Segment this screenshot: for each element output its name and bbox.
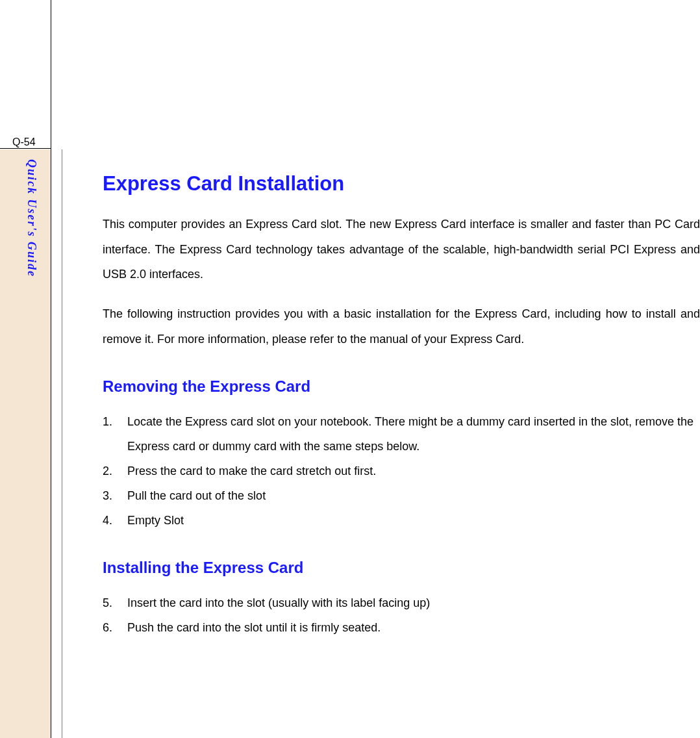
main-heading: Express Card Installation: [103, 172, 700, 196]
list-number: 5.: [103, 591, 127, 616]
intro-paragraph-1: This computer provides an Express Card s…: [103, 212, 700, 287]
vertical-divider-outer: [51, 0, 51, 738]
list-number: 4.: [103, 509, 127, 533]
list-text: Push the card into the slot until it is …: [127, 616, 700, 641]
page-container: Q-54 Quick User's Guide Express Card Ins…: [0, 0, 700, 738]
list-number: 2.: [103, 459, 127, 484]
list-text: Locate the Express card slot on your not…: [127, 410, 700, 459]
sub-heading-installing: Installing the Express Card: [103, 559, 700, 577]
list-number: 6.: [103, 616, 127, 641]
main-content: Express Card Installation This computer …: [103, 172, 700, 667]
horizontal-divider: [0, 148, 51, 149]
list-item: 5. Insert the card into the slot (usuall…: [103, 591, 700, 616]
list-text: Press the card to make the card stretch …: [127, 459, 700, 484]
list-number: 1.: [103, 410, 127, 459]
list-text: Empty Slot: [127, 509, 700, 533]
intro-paragraph-2: The following instruction provides you w…: [103, 301, 700, 351]
page-number: Q-54: [12, 136, 36, 148]
list-item: 6. Push the card into the slot until it …: [103, 616, 700, 641]
list-text: Insert the card into the slot (usually w…: [127, 591, 700, 616]
list-item: 4. Empty Slot: [103, 509, 700, 533]
removing-list: 1. Locate the Express card slot on your …: [103, 410, 700, 533]
vertical-divider-inner: [62, 149, 62, 738]
sidebar-label: Quick User's Guide: [25, 159, 38, 277]
sub-heading-removing: Removing the Express Card: [103, 377, 700, 396]
list-text: Pull the card out of the slot: [127, 484, 700, 509]
installing-list: 5. Insert the card into the slot (usuall…: [103, 591, 700, 641]
list-item: 3. Pull the card out of the slot: [103, 484, 700, 509]
list-item: 2. Press the card to make the card stret…: [103, 459, 700, 484]
list-item: 1. Locate the Express card slot on your …: [103, 410, 700, 459]
list-number: 3.: [103, 484, 127, 509]
